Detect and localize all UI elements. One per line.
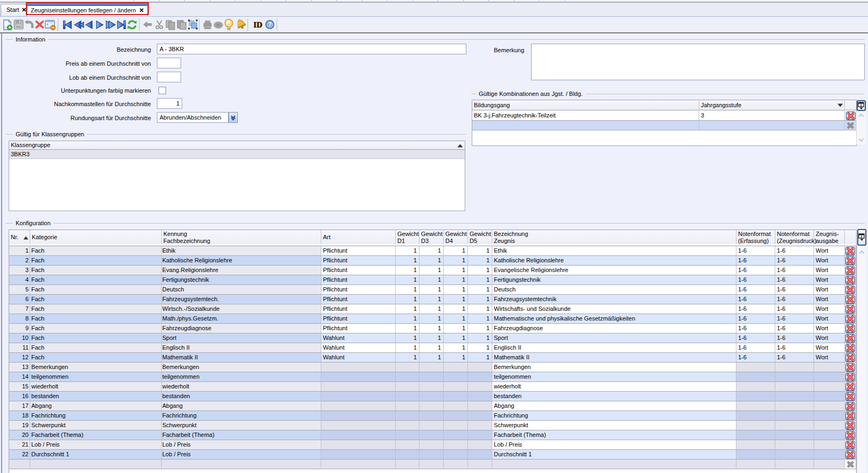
svg-text:?: ? [268, 22, 271, 27]
